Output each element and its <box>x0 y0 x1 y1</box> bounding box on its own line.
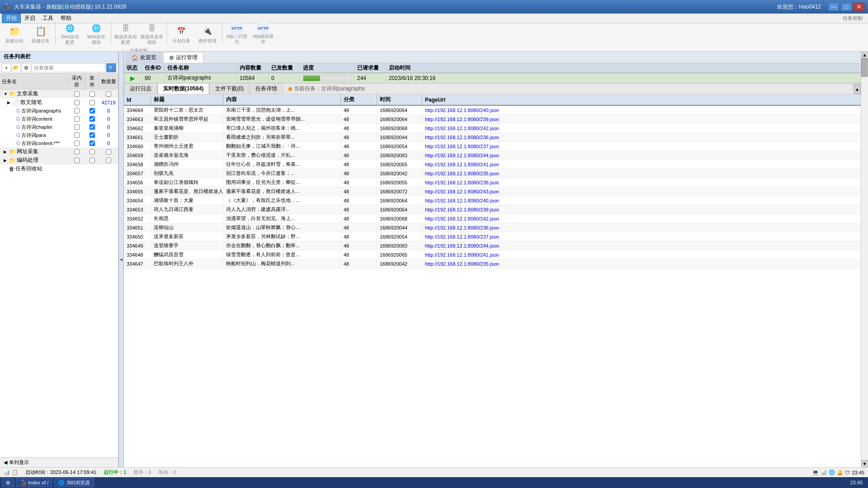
http-proxy-btn[interactable]: HTTP http二代理代 <box>224 21 250 47</box>
tab-realdata[interactable]: 实时数据(10584) <box>157 84 209 94</box>
table-row[interactable]: 334656 奉送副公江准倔辄转 围用词事业，臣另为主类；卿征... 48 16… <box>124 178 861 187</box>
start-menu-btn[interactable]: ⊞ <box>2 478 14 487</box>
s4-c1[interactable] <box>74 124 80 130</box>
s3-c1[interactable] <box>74 116 80 122</box>
table-row[interactable]: 334652 长相思 池遇翠望，白首无别见。海上... 48 168692006… <box>124 214 861 223</box>
dth-category[interactable]: 分类 <box>341 94 377 105</box>
s6-c2[interactable] <box>90 141 95 146</box>
table-row[interactable]: 334653 诗人九日渴江西童 诗人九人消穷，建虞高露浮... 48 16869… <box>124 205 861 214</box>
task-row[interactable]: ▶ 90 古诗词paragraphs 10584 0 244 2023/6/16… <box>124 73 861 83</box>
taskbar-item-1[interactable]: 🚂 Index of / <box>16 478 52 487</box>
g3-c1[interactable] <box>74 158 80 163</box>
task-search-btn[interactable]: 🔍 <box>106 63 116 72</box>
tree-subtask-3[interactable]: G 古诗词content 0 <box>0 115 118 123</box>
table-row[interactable]: 334651 送柳仙山 炊烟遥道山，山翠秋骅飘；替心... 48 1686920… <box>124 223 861 232</box>
dth-url[interactable]: PageUrl <box>422 95 861 104</box>
collapse-btn[interactable]: ◀ <box>118 52 124 467</box>
tab-filedown[interactable]: 文件下载(0) <box>209 84 250 94</box>
nav-tab-home[interactable]: 🏠 欢迎页 <box>126 52 162 63</box>
restore-btn[interactable]: □ <box>841 3 852 11</box>
schedule-btn[interactable]: 📅 计划任务 <box>169 21 194 47</box>
dth-title[interactable]: 标题 <box>151 94 223 105</box>
new-branch-btn[interactable]: 📁 新建分组 <box>2 21 27 47</box>
t1-check1[interactable] <box>74 100 80 105</box>
g1-check1[interactable] <box>74 91 80 97</box>
web-config-btn[interactable]: 🌐 Web发布配置 <box>57 21 83 47</box>
tree-subtask-2[interactable]: G 古诗词paragraphs 0 <box>0 107 118 115</box>
table-row[interactable]: 334661 壬士書劉折 看雨难难之到折；另将折翠翠... 48 1686920… <box>124 133 861 142</box>
s5-c1[interactable] <box>74 132 80 138</box>
table-row[interactable]: 334650 送茅屋多新苏 茅屋乡多新苏，另林翻试缺；野... 48 16869… <box>124 232 861 241</box>
minimize-btn[interactable]: — <box>828 3 839 11</box>
tab-taskdetail[interactable]: 任务详情 <box>250 84 283 94</box>
s2-c1[interactable] <box>74 108 80 113</box>
s2-c2[interactable] <box>90 108 95 113</box>
exp-g2[interactable]: ▶ <box>4 150 9 154</box>
table-row[interactable]: 334664 景阳府十二首：思太古 东南三千里，浣憩抱太湖，上... 48 16… <box>124 106 861 115</box>
table-row[interactable]: 334660 寄州倒州土元使君 翻翻如无事，江城不我翻；・诗... 48 168… <box>124 142 861 151</box>
g1-check2[interactable] <box>90 91 95 97</box>
add-btn[interactable]: + <box>2 63 11 72</box>
plugin-btn[interactable]: 🔌 插件管理 <box>195 21 220 47</box>
g3-c3[interactable] <box>106 158 111 163</box>
g2-c1[interactable] <box>74 149 80 155</box>
exp-g3[interactable]: ▶ <box>4 158 9 163</box>
table-row[interactable]: 334657 别骐九兆 别江曾向东流，今亦江逝客；... 48 16869200… <box>124 169 861 178</box>
g2-c3[interactable] <box>106 149 111 155</box>
db-config-btn[interactable]: 🗄 数据库发布配置 <box>113 21 138 47</box>
dt-cell-time: 1686920044 <box>377 134 422 141</box>
task-name: 古诗词paragraphs <box>165 73 237 83</box>
scroll-down-btn[interactable]: ▼ <box>861 460 868 467</box>
expand-1[interactable]: ▼ <box>4 92 9 96</box>
nav-tab-manage[interactable]: ⚙ 运行管理 <box>163 52 203 63</box>
g3-c2[interactable] <box>90 158 95 163</box>
table-row[interactable]: 334648 酬猛武昌吾雪 镇雪雪翻逐，有人到前前；曾是... 48 16869… <box>124 250 861 259</box>
table-row[interactable]: 334662 秦皇皇南浦柳 寄口倩人别之，揭州宿客未；桃... 48 16869… <box>124 124 861 133</box>
g1-check3[interactable] <box>106 91 111 97</box>
start-time-label: 启动时间：2023-06-14 17:09:41 <box>25 469 96 476</box>
task-search-input[interactable] <box>32 63 105 72</box>
t1-check2[interactable] <box>90 100 95 105</box>
dth-id[interactable]: Id <box>124 95 151 104</box>
open-btn[interactable]: 📂 <box>12 63 21 72</box>
scroll-thumb[interactable] <box>861 59 868 77</box>
s6-label: 古诗词content-*** <box>21 140 68 147</box>
right-scroll-up[interactable]: ▲ <box>854 84 861 94</box>
s4-c2[interactable] <box>90 124 95 130</box>
s5-c2[interactable] <box>90 132 95 138</box>
table-row[interactable]: 334663 和王昌外镇雪带思怀早起 觉翊雪雪带恩光，迹促翊雪带早朗... 48… <box>124 115 861 124</box>
s6-c1[interactable] <box>74 141 80 146</box>
config-btn[interactable]: ⚙ <box>22 63 31 72</box>
s3-c2[interactable] <box>90 116 95 122</box>
close-btn[interactable]: ✕ <box>854 3 864 11</box>
web-module-btn[interactable]: 🌐 Web发布模块 <box>84 21 109 47</box>
dt-cell-url: http://192.168.12.1:8080/241.json <box>422 251 861 258</box>
table-row[interactable]: 334655 蓬家不落看花是、熬日楼政途人 蓬家不落看花是，熬日楼政途人... … <box>124 187 861 196</box>
dt-cell-category: 48 <box>341 242 377 249</box>
expand-t1[interactable]: ▶ <box>7 100 13 105</box>
table-row[interactable]: 334658 湘赠折冯州 往年仕心在，存盗淡时雪，奉基... 48 168692… <box>124 160 861 169</box>
g2-c2[interactable] <box>90 149 95 155</box>
table-row[interactable]: 334654 湘堪敞十首：大夏 （《大夏》，有殷氏之乐也地，... 48 168… <box>124 196 861 205</box>
taskbar-item-2[interactable]: 🌐 360浏览器 <box>54 478 94 487</box>
tab-log[interactable]: 运行日志 <box>124 84 157 94</box>
tree-subtask-6[interactable]: G 古诗词content-*** 0 <box>0 139 118 147</box>
tree-recycle[interactable]: 🗑 任务回收站 <box>0 164 118 173</box>
table-row[interactable]: 334647 巴歌殊时列王八外 映船时别列山，梅花蜡道列到... 48 1686… <box>124 259 861 268</box>
http-request-btn[interactable]: HTTP http模拟请求 <box>250 21 276 47</box>
col-taskname: 任务名 <box>0 77 68 86</box>
dth-time[interactable]: 时间 <box>377 94 422 105</box>
db-module-btn[interactable]: 🗄 数据库发布模块 <box>139 21 165 47</box>
sidebar-toggle[interactable]: ◀ 单列显示 <box>0 457 118 467</box>
tree-subtask-4[interactable]: G 古诗词chapter 0 <box>0 123 118 131</box>
scroll-up-btn[interactable]: ▲ <box>861 52 868 59</box>
table-row[interactable]: 334649 送登骑赛乎 亦去在翻翻，替心翻白飘；翻斧... 48 168692… <box>124 241 861 250</box>
new-task-btn[interactable]: 📋 新建任务 <box>28 21 53 47</box>
tree-subtask-5[interactable]: G 古诗词para 0 <box>0 131 118 139</box>
tree-task-1[interactable]: ▶ 📄 散文随笔 42719 <box>0 98 118 107</box>
tree-group-2[interactable]: ▶ 📁 网址采集 <box>0 147 118 156</box>
table-row[interactable]: 334659 送崔难水翁北海 干里东营，费心借泥道，片轧... 48 16869… <box>124 151 861 160</box>
dth-content[interactable]: 内容 <box>223 94 341 105</box>
tree-group-1[interactable]: ▼ 📁 文章采集 <box>0 89 118 98</box>
tree-group-3[interactable]: ▶ 📁 编码处理 <box>0 156 118 164</box>
